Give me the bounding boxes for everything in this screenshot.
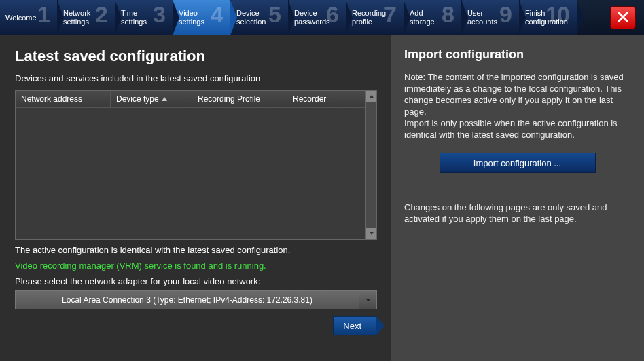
step-9-user-accounts[interactable]: 9 User accounts [462, 0, 520, 35]
step-label: User accounts [467, 9, 497, 26]
page-title: Latest saved configuration [15, 48, 377, 65]
step-label: Finish configuration [525, 9, 568, 26]
page-subtitle: Devices and services included in the lat… [15, 73, 377, 83]
step-2-network-settings[interactable]: 2 Network settings [58, 0, 115, 35]
main-panel: Latest saved configuration Devices and s… [0, 35, 391, 361]
scroll-up-button[interactable] [366, 91, 376, 102]
network-adapter-dropdown-button[interactable] [359, 290, 377, 309]
table-body [16, 108, 365, 239]
step-label: Recording profile [352, 9, 386, 26]
col-network-address[interactable]: Network address [16, 91, 111, 107]
config-table: Network address Device type Recording Pr… [15, 90, 377, 240]
side-panel: Import configuration Note: The content o… [391, 35, 644, 361]
step-label: Time settings [121, 9, 147, 26]
wizard-step-bar: 1 Welcome 2 Network settings 3 Time sett… [0, 0, 644, 35]
step-1-welcome[interactable]: 1 Welcome [0, 0, 58, 35]
network-adapter-select[interactable]: Local Area Connection 3 (Type: Ethernet;… [15, 290, 359, 309]
step-6-device-passwords[interactable]: 6 Device passwords [289, 0, 346, 35]
step-label: Add storage [410, 9, 435, 26]
table-header-row: Network address Device type Recording Pr… [16, 91, 365, 108]
step-8-add-storage[interactable]: 8 Add storage [404, 0, 462, 35]
import-note: Note: The content of the imported config… [404, 71, 630, 140]
changes-note: Changes on the following pages are only … [404, 202, 630, 225]
status-config-identical: The active configuration is identical wi… [15, 245, 377, 255]
step-10-finish-configuration[interactable]: 10 Finish configuration [520, 0, 577, 35]
step-label: Device selection [236, 9, 266, 26]
status-vrm-running: Video recording manager (VRM) service is… [15, 261, 377, 271]
col-device-type[interactable]: Device type [111, 91, 192, 107]
close-icon [616, 10, 630, 26]
adapter-prompt: Please select the network adapter for yo… [15, 276, 377, 286]
side-title: Import configuration [404, 48, 630, 62]
col-recording-profile[interactable]: Recording Profile [192, 91, 287, 107]
import-configuration-button[interactable]: Import configuration ... [440, 153, 596, 173]
step-label: Device passwords [294, 9, 330, 26]
step-7-recording-profile[interactable]: 7 Recording profile [346, 0, 404, 35]
step-label: Network settings [63, 9, 90, 26]
step-5-device-selection[interactable]: 5 Device selection [231, 0, 289, 35]
step-label: Video settings [179, 9, 204, 26]
close-button[interactable] [610, 6, 636, 29]
sort-asc-icon [162, 97, 167, 101]
next-button[interactable]: Next [333, 316, 377, 335]
step-label: Welcome [5, 14, 37, 22]
step-3-time-settings[interactable]: 3 Time settings [115, 0, 173, 35]
table-scrollbar[interactable] [365, 91, 376, 239]
step-4-video-settings[interactable]: 4 Video settings [173, 0, 231, 35]
scroll-track[interactable] [366, 102, 376, 228]
scroll-down-button[interactable] [366, 228, 376, 239]
chevron-down-icon [365, 295, 372, 305]
col-recorder[interactable]: Recorder [287, 91, 365, 107]
